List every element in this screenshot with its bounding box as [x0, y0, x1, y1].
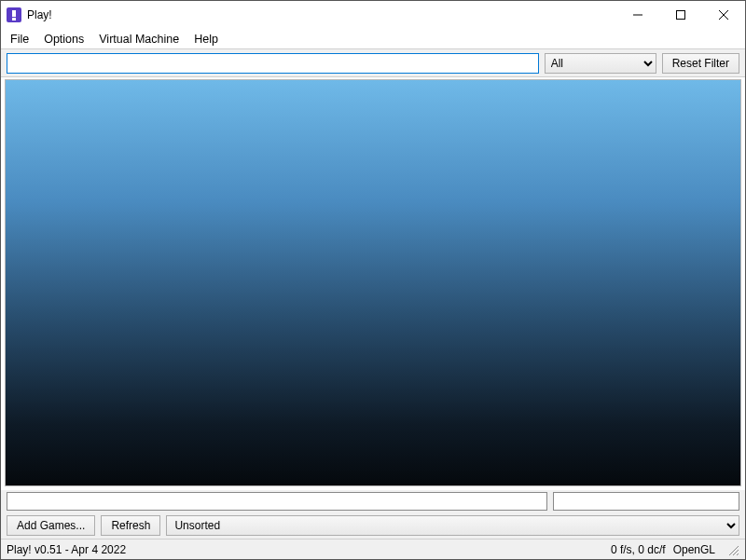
info-field-left[interactable] [7, 492, 547, 511]
add-games-button[interactable]: Add Games... [7, 515, 95, 536]
window-controls [616, 1, 745, 29]
game-list-view[interactable] [5, 79, 741, 486]
menu-virtual-machine[interactable]: Virtual Machine [93, 31, 188, 48]
main-window: Play! File Options Virtual Machine Help … [0, 0, 746, 560]
sort-select[interactable]: Unsorted [166, 515, 739, 536]
maximize-button[interactable] [659, 1, 702, 29]
info-field-right[interactable] [553, 492, 739, 511]
info-row [1, 490, 745, 512]
search-input[interactable] [7, 53, 539, 74]
statusbar: Play! v0.51 - Apr 4 2022 0 f/s, 0 dc/f O… [1, 539, 745, 559]
titlebar: Play! [1, 1, 745, 29]
close-button[interactable] [702, 1, 745, 29]
status-renderer: OpenGL [673, 543, 715, 556]
minimize-button[interactable] [616, 1, 659, 29]
menu-options[interactable]: Options [38, 31, 93, 48]
filter-select[interactable]: All [545, 53, 656, 74]
menu-help[interactable]: Help [188, 31, 228, 48]
menubar: File Options Virtual Machine Help [1, 29, 745, 49]
menu-file[interactable]: File [5, 31, 38, 48]
svg-line-9 [737, 553, 739, 555]
status-version: Play! v0.51 - Apr 4 2022 [7, 543, 611, 556]
filter-toolbar: All Reset Filter [1, 49, 745, 77]
status-right: 0 f/s, 0 dc/f OpenGL [611, 543, 739, 556]
resize-grip-icon[interactable] [726, 543, 739, 556]
svg-rect-1 [12, 10, 16, 17]
app-icon [7, 7, 21, 22]
bottom-toolbar: Add Games... Refresh Unsorted [1, 512, 745, 539]
svg-rect-2 [12, 18, 16, 20]
refresh-button[interactable]: Refresh [101, 515, 160, 536]
window-title: Play! [27, 8, 616, 21]
status-perf: 0 f/s, 0 dc/f [611, 543, 666, 556]
svg-rect-4 [677, 11, 685, 20]
reset-filter-button[interactable]: Reset Filter [662, 53, 739, 74]
